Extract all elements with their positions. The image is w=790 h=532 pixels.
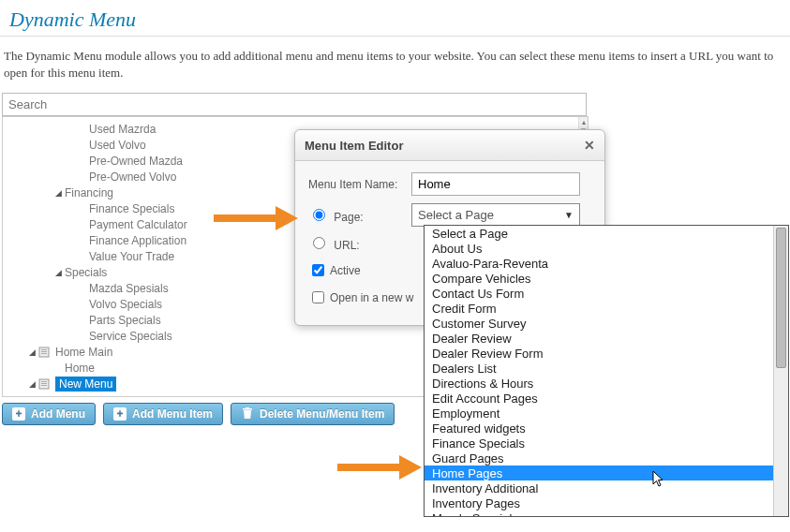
- delete-menu-button[interactable]: Delete Menu/Menu Item: [231, 403, 395, 425]
- svg-rect-10: [337, 464, 399, 471]
- svg-marker-11: [399, 455, 422, 480]
- tree-item-label: Finance Application: [89, 234, 186, 247]
- dropdown-scrollbar[interactable]: [773, 226, 788, 516]
- trash-icon: [241, 407, 254, 421]
- svg-rect-2: [41, 351, 47, 352]
- tree-item-label: Parts Specials: [89, 314, 161, 327]
- tree-item-label: Value Your Trade: [89, 250, 174, 263]
- tree-item-label: Financing: [65, 186, 113, 200]
- document-icon: [38, 378, 52, 390]
- delete-menu-label: Delete Menu/Menu Item: [260, 407, 384, 421]
- menu-item-name-input[interactable]: [411, 172, 580, 196]
- svg-rect-5: [41, 381, 47, 382]
- tree-expander-icon[interactable]: ◢: [55, 268, 65, 277]
- name-label: Menu Item Name:: [308, 178, 411, 191]
- dropdown-option[interactable]: Credit Form: [425, 301, 788, 316]
- dialog-titlebar: Menu Item Editor ✕: [295, 130, 604, 161]
- plus-icon: [113, 407, 127, 421]
- tree-item-label: Payment Calculator: [89, 218, 187, 231]
- page-radio[interactable]: [313, 209, 325, 221]
- tree-item-label: Used Mazrda: [89, 123, 156, 136]
- dropdown-option[interactable]: Mazda Specials: [425, 510, 788, 517]
- page-radio-label: Page:: [334, 211, 363, 224]
- dropdown-option[interactable]: Dealers List: [425, 361, 788, 376]
- tree-item-label: Used Volvo: [89, 139, 146, 152]
- dropdown-option[interactable]: Contact Us Form: [425, 286, 788, 301]
- page-title: Dynamic Menu: [0, 0, 790, 37]
- active-label: Active: [330, 264, 361, 277]
- new-window-label: Open in a new w: [330, 291, 413, 304]
- tree-item-label: Volvo Specials: [89, 298, 162, 311]
- document-icon: [38, 347, 52, 358]
- svg-rect-1: [41, 349, 47, 350]
- tree-expander-icon[interactable]: ◢: [29, 379, 38, 389]
- active-checkbox[interactable]: [312, 264, 324, 276]
- page-select[interactable]: Select a Page ▼: [411, 203, 580, 227]
- search-input[interactable]: [2, 93, 587, 116]
- close-icon[interactable]: ✕: [584, 138, 595, 153]
- tree-item-label: Home Main: [55, 346, 112, 359]
- tree-item-label: Pre-Owned Volvo: [89, 170, 176, 184]
- annotation-arrow: [214, 206, 298, 230]
- dropdown-option[interactable]: Directions & Hours: [425, 376, 788, 391]
- dropdown-option[interactable]: Finance Specials: [425, 436, 788, 451]
- dropdown-option[interactable]: Featured widgets: [425, 421, 788, 436]
- dropdown-option[interactable]: Avaluo-Para-Reventa: [425, 256, 788, 271]
- dropdown-option[interactable]: Select a Page: [425, 226, 788, 241]
- new-window-checkbox[interactable]: [312, 291, 324, 303]
- dialog-title: Menu Item Editor: [305, 139, 403, 153]
- dropdown-option[interactable]: Inventory Additional: [425, 480, 788, 495]
- dropdown-option[interactable]: About Us: [425, 241, 788, 256]
- dropdown-option[interactable]: Guard Pages: [425, 451, 788, 466]
- scroll-up-icon[interactable]: ▴: [579, 117, 588, 126]
- annotation-arrow: [337, 455, 422, 480]
- tree-item-label: Specials: [65, 266, 107, 279]
- svg-rect-7: [41, 385, 47, 386]
- dropdown-option[interactable]: Customer Survey: [425, 316, 788, 331]
- url-radio[interactable]: [313, 237, 325, 249]
- svg-rect-6: [41, 383, 47, 384]
- add-menu-item-label: Add Menu Item: [132, 407, 213, 421]
- dropdown-option[interactable]: Home Pages: [425, 466, 788, 480]
- add-menu-label: Add Menu: [31, 407, 85, 421]
- tree-item-label: New Menu: [55, 377, 116, 392]
- dropdown-scroll-thumb[interactable]: [776, 228, 786, 368]
- dropdown-option[interactable]: Edit Account Pages: [425, 391, 788, 406]
- add-menu-item-button[interactable]: Add Menu Item: [103, 403, 223, 425]
- tree-expander-icon[interactable]: ◢: [55, 188, 65, 198]
- tree-item-label: Finance Specials: [89, 202, 174, 215]
- chevron-down-icon: ▼: [564, 210, 574, 220]
- dropdown-option[interactable]: Compare Vehicles: [425, 271, 788, 286]
- svg-rect-8: [214, 214, 276, 222]
- tree-item-label: Home: [65, 362, 95, 375]
- tree-expander-icon[interactable]: ◢: [29, 347, 38, 357]
- page-select-dropdown[interactable]: Select a PageAbout UsAvaluo-Para-Reventa…: [424, 225, 789, 517]
- tree-item-label: Mazda Spesials: [89, 282, 169, 295]
- svg-rect-3: [41, 353, 47, 354]
- dropdown-option[interactable]: Employment: [425, 406, 788, 421]
- add-menu-button[interactable]: Add Menu: [2, 403, 96, 425]
- dropdown-option[interactable]: Dealer Review: [425, 331, 788, 346]
- url-radio-label: URL:: [334, 239, 359, 252]
- tree-item-label: Pre-Owned Mazda: [89, 155, 183, 168]
- dropdown-option[interactable]: Inventory Pages: [425, 495, 788, 510]
- svg-marker-9: [276, 206, 298, 230]
- plus-icon: [12, 407, 25, 421]
- page-select-value: Select a Page: [418, 208, 494, 222]
- tree-item-label: Service Specials: [89, 330, 172, 343]
- page-description: The Dynamic Menu module allows you to ad…: [0, 37, 790, 93]
- dropdown-option[interactable]: Dealer Review Form: [425, 346, 788, 361]
